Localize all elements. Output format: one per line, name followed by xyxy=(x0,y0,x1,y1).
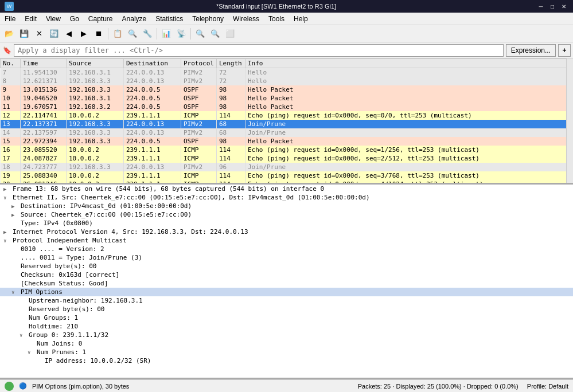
detail-line[interactable]: ▶Internet Protocol Version 4, Src: 192.1… xyxy=(0,228,573,236)
col-header-no[interactable]: No. xyxy=(1,59,21,68)
table-row[interactable]: 913.015136192.168.3.3224.0.0.5OSPF98Hell… xyxy=(1,85,573,94)
detail-line[interactable]: 0010 .... = Version: 2 xyxy=(0,245,573,253)
col-header-protocol[interactable]: Protocol xyxy=(181,59,217,68)
toolbar-btn-forward[interactable]: ▶ xyxy=(77,27,91,41)
expand-icon[interactable]: ▶ xyxy=(3,229,10,235)
cell-source: 192.168.3.3 xyxy=(67,163,124,171)
toolbar-btn-prefs[interactable]: 🔧 xyxy=(141,27,154,41)
table-row[interactable]: 1222.11474110.0.0.2239.1.1.1ICMP114Echo … xyxy=(1,111,573,120)
main-content: No.TimeSourceDestinationProtocolLengthIn… xyxy=(0,58,573,379)
detail-text: IP address: 10.0.0.2/32 (SR) xyxy=(45,357,151,364)
col-header-length[interactable]: Length xyxy=(216,59,245,68)
packet-list-scrollbar[interactable] xyxy=(566,58,573,183)
toolbar-btn-graph[interactable]: 📊 xyxy=(159,27,173,41)
toolbar-btn-copy[interactable]: 📋 xyxy=(111,27,124,41)
detail-line[interactable]: Reserved byte(s): 00 xyxy=(0,305,573,313)
toolbar-btn-save[interactable]: 💾 xyxy=(17,27,31,41)
toolbar: 📂💾✕🔄◀▶⏹📋🔍🔧📊📡🔍🔍⬜ xyxy=(0,25,573,42)
expand-icon[interactable]: ∨ xyxy=(3,195,10,201)
detail-line[interactable]: Num Groups: 1 xyxy=(0,313,573,322)
cell-no: 16 xyxy=(1,146,21,154)
toolbar-btn-close[interactable]: ✕ xyxy=(32,27,46,41)
col-header-destination[interactable]: Destination xyxy=(124,59,181,68)
expand-icon[interactable]: ∨ xyxy=(20,332,26,338)
display-filter-input[interactable] xyxy=(14,44,504,57)
toolbar-btn-zoom-fit[interactable]: ⬜ xyxy=(223,27,237,41)
cell-source: 192.168.3.3 xyxy=(67,137,124,146)
detail-line[interactable]: IP address: 10.0.0.2/32 (SR) xyxy=(0,356,573,365)
toolbar-btn-back[interactable]: ◀ xyxy=(62,27,76,41)
col-header-time[interactable]: Time xyxy=(21,59,67,68)
toolbar-btn-capture[interactable]: 📡 xyxy=(174,27,188,41)
expert-info-icon[interactable]: 🔵 xyxy=(18,382,28,391)
table-row[interactable]: 1322.137371192.168.3.3224.0.0.13PIMv268J… xyxy=(1,120,573,128)
detail-line[interactable]: ∨PIM Options xyxy=(0,288,573,296)
table-row[interactable]: 1623.08552010.0.0.2239.1.1.1ICMP114Echo … xyxy=(1,146,573,154)
detail-line[interactable]: Checksum: 0x163d [correct] xyxy=(0,271,573,279)
table-row[interactable]: 1019.046520192.168.3.1224.0.0.5OSPF98Hel… xyxy=(1,94,573,103)
menu-item-help[interactable]: Help xyxy=(289,13,313,25)
detail-line[interactable]: Upstream-neighbor: 192.168.3.1 xyxy=(0,296,573,305)
table-row[interactable]: 2026.09124610.0.0.2239.1.1.1ICMP114Echo … xyxy=(1,180,573,185)
cell-source: 192.168.3.3 xyxy=(67,120,124,128)
detail-line[interactable]: ▶Destination: IPv4mcast_0d (01:00:5e:00:… xyxy=(0,202,573,210)
menu-item-wireless[interactable]: Wireless xyxy=(228,13,264,25)
expand-icon[interactable]: ▶ xyxy=(11,203,18,209)
table-row[interactable]: 711.954130192.168.3.1224.0.0.13PIMv272He… xyxy=(1,68,573,77)
cell-source: 10.0.0.2 xyxy=(67,180,124,185)
menu-item-view[interactable]: View xyxy=(41,13,65,25)
detail-line[interactable]: ∨Group 0: 239.1.1.1/32 xyxy=(0,331,573,339)
detail-line[interactable]: ∨Protocol Independent Multicast xyxy=(0,236,573,245)
table-row[interactable]: 1925.08834010.0.0.2239.1.1.1ICMP114Echo … xyxy=(1,171,573,180)
close-button[interactable]: ✕ xyxy=(559,2,568,11)
col-header-info[interactable]: Info xyxy=(245,59,572,68)
expand-icon[interactable]: ∨ xyxy=(28,350,34,355)
expand-icon[interactable]: ▶ xyxy=(3,186,10,192)
detail-line[interactable]: Type: IPv4 (0x0800) xyxy=(0,219,573,228)
cell-info: Hello xyxy=(245,68,572,77)
menu-item-analyze[interactable]: Analyze xyxy=(118,13,151,25)
capture-status-icon[interactable] xyxy=(5,382,14,391)
toolbar-btn-open[interactable]: 📂 xyxy=(2,27,16,41)
add-filter-button[interactable]: + xyxy=(558,44,571,57)
table-row[interactable]: 812.621371192.168.3.3224.0.0.13PIMv272He… xyxy=(1,77,573,85)
detail-line[interactable]: Num Joins: 0 xyxy=(0,339,573,348)
minimize-button[interactable]: ─ xyxy=(536,2,545,11)
menu-item-file[interactable]: File xyxy=(0,13,20,25)
detail-line[interactable]: ∨Num Prunes: 1 xyxy=(0,348,573,356)
menu-item-statistics[interactable]: Statistics xyxy=(151,13,188,25)
detail-line[interactable]: ∨Ethernet II, Src: Cheertek_e7:cc:00 (00… xyxy=(0,193,573,202)
detail-line[interactable]: Holdtime: 210 xyxy=(0,322,573,331)
toolbar-btn-find[interactable]: 🔍 xyxy=(126,27,139,41)
cell-destination: 224.0.0.13 xyxy=(124,77,181,85)
menu-item-go[interactable]: Go xyxy=(65,13,84,25)
cell-time: 24.723777 xyxy=(21,163,67,171)
toolbar-btn-zoom-out[interactable]: 🔍 xyxy=(208,27,222,41)
menu-item-tools[interactable]: Tools xyxy=(264,13,289,25)
expand-icon[interactable]: ∨ xyxy=(11,289,18,295)
detail-line[interactable]: [Checksum Status: Good] xyxy=(0,279,573,288)
table-row[interactable]: 1522.972394192.168.3.3224.0.0.5OSPF98Hel… xyxy=(1,137,573,146)
table-row[interactable]: 1824.723777192.168.3.3224.0.0.13PIMv296J… xyxy=(1,163,573,171)
menu-item-capture[interactable]: Capture xyxy=(84,13,118,25)
detail-line[interactable]: Reserved byte(s): 00 xyxy=(0,262,573,271)
table-row[interactable]: 1119.670571192.168.3.2224.0.0.5OSPF98Hel… xyxy=(1,103,573,111)
expand-icon[interactable]: ∨ xyxy=(3,238,10,244)
table-row[interactable]: 1422.137597192.168.3.3224.0.0.13PIMv268J… xyxy=(1,128,573,137)
detail-line[interactable]: ▶Source: Cheertek_e7:cc:00 (00:15:e5:e7:… xyxy=(0,210,573,219)
menu-item-telephony[interactable]: Telephony xyxy=(188,13,228,25)
detail-line[interactable]: .... 0011 = Type: Join/Prune (3) xyxy=(0,253,573,262)
cell-destination: 239.1.1.1 xyxy=(124,154,181,163)
menu-item-edit[interactable]: Edit xyxy=(20,13,41,25)
detail-line[interactable]: ▶Frame 13: 68 bytes on wire (544 bits), … xyxy=(0,185,573,193)
expand-icon[interactable]: ▶ xyxy=(11,212,18,218)
toolbar-btn-zoom-in[interactable]: 🔍 xyxy=(193,27,207,41)
expression-button[interactable]: Expression... xyxy=(506,44,556,57)
maximize-button[interactable]: □ xyxy=(548,2,557,11)
cell-info: Join/Prune xyxy=(245,128,572,137)
toolbar-btn-stop[interactable]: ⏹ xyxy=(92,27,106,41)
table-row[interactable]: 1724.08782710.0.0.2239.1.1.1ICMP114Echo … xyxy=(1,154,573,163)
window-controls: ─ □ ✕ xyxy=(536,2,568,11)
col-header-source[interactable]: Source xyxy=(67,59,124,68)
toolbar-btn-reload[interactable]: 🔄 xyxy=(47,27,61,41)
